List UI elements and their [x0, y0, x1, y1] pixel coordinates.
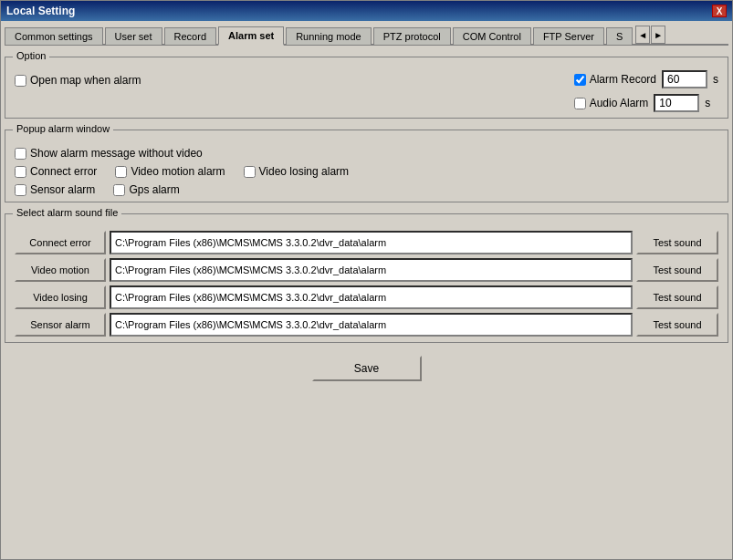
- popup-section: Popup alarm window Show alarm message wi…: [5, 130, 728, 202]
- sound-row-connect-error: Connect error Test sound: [15, 231, 718, 254]
- tab-bar: Common settings User set Record Alarm se…: [5, 25, 728, 46]
- open-map-label[interactable]: Open map when alarm: [15, 74, 141, 87]
- open-map-row: Open map when alarm: [15, 74, 141, 87]
- sound-group: Select alarm sound file Connect error Te…: [5, 213, 728, 343]
- path-input-connect-error[interactable]: [110, 231, 633, 254]
- video-losing-checkbox[interactable]: [244, 166, 256, 178]
- option-left: Open map when alarm: [15, 70, 141, 87]
- path-input-sensor-alarm[interactable]: [110, 313, 633, 337]
- test-sound-btn-connect-error[interactable]: Test sound: [636, 231, 718, 254]
- audio-alarm-checkbox[interactable]: [574, 98, 586, 109]
- option-section: Option Open map when alarm: [5, 57, 728, 119]
- popup-row-2: Sensor alarm Gps alarm: [15, 183, 718, 196]
- path-input-video-losing[interactable]: [110, 285, 633, 309]
- audio-alarm-row: Audio Alarm 10 s: [574, 94, 718, 112]
- title-bar-controls: X: [712, 5, 727, 17]
- audio-alarm-unit: s: [705, 97, 710, 109]
- save-button[interactable]: Save: [312, 356, 422, 381]
- tab-nav-left[interactable]: ◄: [635, 26, 650, 44]
- path-input-video-motion[interactable]: [110, 258, 633, 282]
- sound-btn-connect-error[interactable]: Connect error: [15, 231, 106, 254]
- main-content: Option Open map when alarm: [5, 51, 728, 555]
- option-group: Option Open map when alarm: [5, 57, 728, 119]
- gps-alarm-label[interactable]: Gps alarm: [113, 183, 179, 196]
- video-motion-label[interactable]: Video motion alarm: [115, 165, 225, 178]
- audio-alarm-input[interactable]: 10: [654, 94, 699, 112]
- popup-label: Popup alarm window: [13, 123, 113, 134]
- alarm-record-input[interactable]: 60: [662, 70, 707, 88]
- alarm-record-row: Alarm Record 60 s: [574, 70, 718, 88]
- audio-alarm-label[interactable]: Audio Alarm: [574, 97, 649, 109]
- option-right: Alarm Record 60 s Audio Alarm 10: [574, 70, 718, 112]
- alarm-record-checkbox[interactable]: [574, 74, 586, 86]
- main-window: Local Setting X Common settings User set…: [0, 0, 733, 560]
- window-title: Local Setting: [6, 5, 75, 17]
- video-motion-checkbox[interactable]: [115, 166, 127, 178]
- tab-common[interactable]: Common settings: [5, 27, 103, 45]
- open-map-checkbox[interactable]: [15, 75, 26, 87]
- close-button[interactable]: X: [712, 5, 727, 17]
- test-sound-btn-sensor-alarm[interactable]: Test sound: [636, 313, 718, 337]
- sound-btn-sensor-alarm[interactable]: Sensor alarm: [15, 313, 106, 337]
- show-message-checkbox[interactable]: [15, 148, 26, 160]
- tab-running[interactable]: Running mode: [286, 27, 372, 45]
- sound-btn-video-motion[interactable]: Video motion: [15, 258, 106, 282]
- popup-group: Popup alarm window Show alarm message wi…: [5, 130, 728, 202]
- option-label: Option: [13, 51, 49, 61]
- test-sound-btn-video-motion[interactable]: Test sound: [636, 258, 718, 282]
- sound-btn-video-losing[interactable]: Video losing: [15, 285, 106, 309]
- tab-ftp[interactable]: FTP Server: [533, 27, 604, 45]
- test-sound-btn-video-losing[interactable]: Test sound: [636, 285, 718, 309]
- tab-record[interactable]: Record: [164, 27, 216, 45]
- tab-user[interactable]: User set: [105, 27, 162, 45]
- sound-row-video-losing: Video losing Test sound: [15, 285, 718, 309]
- sound-row-sensor-alarm: Sensor alarm Test sound: [15, 313, 718, 337]
- tab-com[interactable]: COM Control: [453, 27, 531, 45]
- gps-alarm-checkbox[interactable]: [113, 184, 125, 196]
- show-message-label[interactable]: Show alarm message without video: [15, 147, 203, 160]
- tab-s[interactable]: S: [606, 27, 633, 45]
- tab-ptz[interactable]: PTZ protocol: [373, 27, 451, 45]
- sensor-alarm-label[interactable]: Sensor alarm: [15, 183, 95, 196]
- sound-row-video-motion: Video motion Test sound: [15, 258, 718, 282]
- video-losing-label[interactable]: Video losing alarm: [244, 165, 350, 178]
- sensor-alarm-checkbox[interactable]: [15, 184, 26, 196]
- sound-section: Select alarm sound file Connect error Te…: [5, 213, 728, 343]
- tab-nav-right[interactable]: ►: [651, 26, 665, 44]
- alarm-record-unit: s: [713, 73, 718, 86]
- alarm-record-label[interactable]: Alarm Record: [574, 73, 656, 86]
- tab-alarm[interactable]: Alarm set: [218, 26, 284, 46]
- sound-label: Select alarm sound file: [13, 207, 121, 218]
- title-bar: Local Setting X: [1, 1, 732, 21]
- popup-row-1: Connect error Video motion alarm Video l…: [15, 165, 718, 178]
- connect-error-checkbox[interactable]: [15, 166, 26, 178]
- connect-error-label[interactable]: Connect error: [15, 165, 97, 178]
- content-area: Common settings User set Record Alarm se…: [1, 21, 732, 559]
- show-message-row: Show alarm message without video: [15, 147, 718, 160]
- save-row: Save: [5, 356, 728, 381]
